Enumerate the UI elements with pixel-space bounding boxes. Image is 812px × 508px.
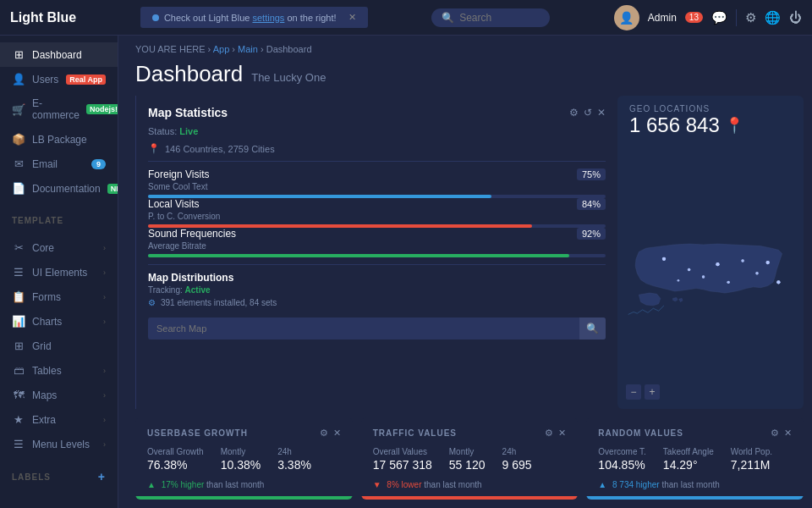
alaska-path <box>639 293 660 306</box>
map-distributions: Map Distributions Tracking: Active ⚙ 391… <box>148 272 606 307</box>
sidebar-item-charts[interactable]: 📊 Charts › <box>0 309 118 334</box>
map-container: GEO LOCATIONS 1 656 843 📍 <box>617 96 804 409</box>
card-stat-1-0: Overall Values 17 567 318 <box>373 447 432 472</box>
avatar: 👤 <box>614 5 639 30</box>
sidebar-item-ecommerce[interactable]: 🛒 E-commerce Nodejs! › <box>0 91 118 127</box>
stat-name-0: Foreign Visits <box>148 168 209 180</box>
map-search-box[interactable]: 🔍 <box>148 318 606 340</box>
page-title: Dashboard <box>135 61 243 87</box>
forms-icon: 📋 <box>12 290 25 303</box>
sidebar-item-core[interactable]: ✂ Core › <box>0 235 118 260</box>
map-dot-3 <box>716 262 719 266</box>
map-zoom-out-button[interactable]: − <box>626 384 641 400</box>
stat-name-2: Sound Frequencies <box>148 228 236 240</box>
card-stat-0-0: Overall Growth 76.38% <box>147 447 204 472</box>
email-icon: ✉ <box>12 157 25 170</box>
card-title-1: TRAFFIC VALUES <box>373 428 457 438</box>
card-footer-value-1: 8% lower <box>387 480 421 489</box>
card-footer-icon-1: ▼ <box>373 480 381 489</box>
elements-gear-icon: ⚙ <box>148 298 156 307</box>
sidebar-item-email[interactable]: ✉ Email 9 <box>0 152 118 176</box>
card-icons-2: ⚙ ✕ <box>771 428 792 439</box>
stat-bar-2 <box>148 254 569 257</box>
breadcrumb-main[interactable]: Main <box>238 44 258 54</box>
sidebar-item-menu-levels[interactable]: ☰ Menu Levels › <box>0 432 118 456</box>
sidebar-item-tables[interactable]: 🗃 Tables › <box>0 358 118 383</box>
geo-number: 1 656 843 📍 <box>629 113 792 137</box>
card-close-icon-2[interactable]: ✕ <box>784 428 792 439</box>
bottom-cards: USERBASE GROWTH ⚙ ✕ Overall Growth 76.38… <box>135 409 804 508</box>
users-badge: Real App <box>66 75 106 85</box>
map-search-input[interactable] <box>148 318 579 339</box>
sidebar-item-documentation[interactable]: 📄 Documentation NEW <box>0 176 118 201</box>
core-arrow: › <box>103 244 106 252</box>
ecommerce-icon: 🛒 <box>12 103 25 116</box>
card-stat-label-0-2: 24h <box>277 447 311 456</box>
top-right: 👤 Admin 13 💬 ⚙ 🌐 ⏻ <box>614 5 802 30</box>
admin-label: Admin <box>648 12 677 24</box>
notification-close[interactable]: ✕ <box>348 12 356 23</box>
card-stat-0-1: Montly 10.38% <box>221 447 261 472</box>
sidebar-item-lbpackage[interactable]: 📦 LB Package <box>0 127 118 152</box>
map-stats-close-icon[interactable]: ✕ <box>597 107 606 119</box>
card-stat-label-1-1: Montly <box>449 447 486 456</box>
card-footer-value-2: 8 734 higher <box>612 480 660 489</box>
search-box[interactable]: 🔍 <box>431 8 550 27</box>
map-dot-8 <box>702 275 705 278</box>
sidebar-label-extra: Extra <box>32 414 96 426</box>
sidebar-item-maps[interactable]: 🗺 Maps › <box>0 383 118 407</box>
app-wrapper: Light Blue Check out Light Blue settings… <box>0 0 812 508</box>
usa-map-svg <box>617 146 804 408</box>
sidebar-item-dashboard[interactable]: ⊞ Dashboard <box>0 42 118 67</box>
card-gear-icon-0[interactable]: ⚙ <box>320 428 328 439</box>
sidebar-label-email: Email <box>32 158 85 170</box>
users-icon: 👤 <box>12 73 25 86</box>
search-input[interactable] <box>459 12 527 24</box>
extra-arrow: › <box>103 416 106 424</box>
card-stat-value-0-0: 76.38% <box>147 458 204 472</box>
map-stats-gear-icon[interactable]: ⚙ <box>569 107 579 119</box>
card-stats-0: Overall Growth 76.38% Montly 10.38% 24h … <box>147 447 341 472</box>
email-badge: 9 <box>91 159 106 169</box>
add-label-icon[interactable]: + <box>98 470 106 483</box>
dashboard-icon: ⊞ <box>12 48 25 61</box>
sidebar-label-core: Core <box>32 242 96 254</box>
map-dot-9 <box>678 279 680 282</box>
globe-icon[interactable]: 🌐 <box>765 10 781 25</box>
map-elements: ⚙ 391 elements installed, 84 sets <box>148 298 606 307</box>
labels-section[interactable]: LABELS + <box>0 463 118 490</box>
page-header: Dashboard The Lucky One <box>118 58 812 96</box>
forms-arrow: › <box>103 293 106 301</box>
sidebar-item-grid[interactable]: ⊞ Grid <box>0 334 118 358</box>
card-stat-label-1-0: Overall Values <box>373 447 432 456</box>
card-title-2: RANDOM VALUES <box>598 428 683 438</box>
card-stat-value-2-2: 7,211M <box>731 458 772 472</box>
card-bar-1 <box>361 496 579 500</box>
top-bar: Light Blue Check out Light Blue settings… <box>0 0 812 36</box>
power-icon[interactable]: ⏻ <box>789 10 802 25</box>
breadcrumb-app[interactable]: App <box>213 44 230 54</box>
sidebar-item-forms[interactable]: 📋 Forms › <box>0 284 118 309</box>
map-zoom-in-button[interactable]: + <box>645 384 660 400</box>
card-close-icon-0[interactable]: ✕ <box>333 428 341 439</box>
notif-settings-link[interactable]: settings <box>252 13 284 23</box>
card-stat-label-0-1: Montly <box>221 447 261 456</box>
map-dist-sub: Tracking: Active <box>148 285 606 295</box>
map-status: Status: Live <box>148 126 606 136</box>
ecommerce-badge: Nodejs! <box>86 104 118 114</box>
sidebar-item-ui-elements[interactable]: ☰ UI Elements › <box>0 260 118 284</box>
card-stat-1-1: Montly 55 120 <box>449 447 486 472</box>
message-icon[interactable]: 💬 <box>711 10 727 25</box>
content-body: GEO LOCATIONS 1 656 843 📍 <box>118 96 812 508</box>
sidebar-item-users[interactable]: 👤 Users Real App <box>0 67 118 91</box>
template-label: TEMPLATE <box>0 207 118 229</box>
map-search-button[interactable]: 🔍 <box>579 318 606 340</box>
card-gear-icon-2[interactable]: ⚙ <box>771 428 779 439</box>
gear-icon[interactable]: ⚙ <box>745 10 756 25</box>
card-stat-value-2-1: 14.29° <box>663 458 714 472</box>
sidebar-item-extra[interactable]: ★ Extra › <box>0 407 118 432</box>
extra-icon: ★ <box>12 413 25 426</box>
map-stats-refresh-icon[interactable]: ↺ <box>584 107 592 119</box>
card-gear-icon-1[interactable]: ⚙ <box>545 428 553 439</box>
card-close-icon-1[interactable]: ✕ <box>558 428 566 439</box>
